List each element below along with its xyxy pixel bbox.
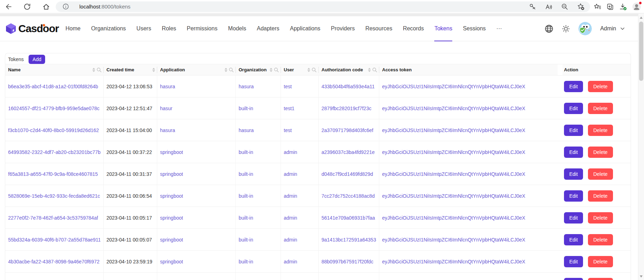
column-header-action[interactable]: Action: [561, 64, 630, 75]
edit-button[interactable]: Edit: [564, 190, 583, 202]
edit-button[interactable]: Edit: [564, 168, 583, 180]
organization-link[interactable]: built-in: [239, 149, 253, 155]
organization-link[interactable]: built-in: [239, 259, 253, 264]
user-link[interactable]: admin: [284, 193, 297, 199]
scrollbar-up-arrow-icon[interactable]: [640, 17, 643, 19]
nav-item-permissions[interactable]: Permissions: [182, 16, 223, 41]
address-bar[interactable]: localhost:8000/tokens: [56, 1, 590, 12]
user-avatar[interactable]: [578, 22, 592, 35]
edit-button[interactable]: Edit: [564, 147, 583, 158]
column-header-access-token[interactable]: Access token: [379, 64, 558, 75]
sort-icon[interactable]: [368, 68, 371, 72]
token-name-link[interactable]: 16024557-df21-4779-bfb9-959e5dae078c: [8, 106, 99, 111]
application-link[interactable]: springboot: [160, 193, 183, 199]
token-name-link[interactable]: f65a3813-a655-47f0-9c9a-f08ce4607815: [8, 171, 98, 177]
organization-link[interactable]: built-in: [239, 215, 253, 221]
access-token-link[interactable]: eyJhbGciOiJSUzI1NiIsImtpZCI6ImNlcnQtYnVp…: [382, 127, 525, 133]
nav-item-adapters[interactable]: Adapters: [252, 16, 285, 41]
sort-icon[interactable]: [225, 68, 227, 72]
downloads-icon[interactable]: [619, 3, 627, 11]
column-header-authorization-code[interactable]: Authorization code: [319, 64, 379, 75]
nav-item-tokens[interactable]: Tokens: [429, 16, 458, 41]
column-header-created-time[interactable]: Created time: [104, 64, 157, 75]
organization-link[interactable]: built-in: [239, 171, 253, 177]
column-header-application[interactable]: Application: [157, 64, 236, 75]
column-search-icon[interactable]: [229, 67, 234, 72]
delete-button[interactable]: Delete: [588, 168, 613, 180]
authorization-code-link[interactable]: d048c7f9cd1469fd829d: [321, 171, 373, 177]
application-link[interactable]: springboot: [160, 237, 183, 243]
authorization-code-link[interactable]: 2a370971798d403fc6ef: [321, 127, 373, 133]
password-key-icon[interactable]: [529, 3, 536, 10]
add-button[interactable]: Add: [29, 55, 45, 64]
application-link[interactable]: hasura: [160, 84, 175, 89]
delete-button[interactable]: Delete: [588, 81, 613, 92]
column-search-icon[interactable]: [312, 67, 317, 72]
browser-home-button[interactable]: [40, 1, 52, 12]
scrollbar-thumb[interactable]: [639, 22, 643, 81]
edit-button[interactable]: Edit: [564, 234, 583, 245]
column-search-icon[interactable]: [274, 67, 279, 72]
user-link[interactable]: admin: [284, 237, 297, 243]
delete-button[interactable]: Delete: [588, 256, 613, 267]
page-scrollbar[interactable]: [638, 14, 644, 280]
sort-icon[interactable]: [152, 68, 155, 72]
token-name-link[interactable]: 2277e0f2-7e78-462f-a654-3c53759784af: [8, 215, 98, 221]
nav-item-resources[interactable]: Resources: [360, 16, 397, 41]
nav-item-models[interactable]: Models: [223, 16, 252, 41]
browser-refresh-button[interactable]: [21, 1, 33, 12]
delete-button[interactable]: Delete: [588, 103, 613, 114]
authorization-code-link[interactable]: 56141e709a06931b7faa: [321, 215, 375, 221]
delete-button[interactable]: Delete: [588, 212, 613, 224]
theme-sun-icon[interactable]: [562, 25, 570, 33]
language-globe-icon[interactable]: [545, 24, 553, 33]
site-info-icon[interactable]: [63, 4, 69, 10]
nav-item-applications[interactable]: Applications: [285, 16, 326, 41]
token-name-link[interactable]: 64993582-2322-4df7-ab20-cb23201bc77b: [8, 149, 100, 155]
authorization-code-link[interactable]: 2879fbc282019cf7f23c: [321, 106, 372, 111]
organization-link[interactable]: built-in: [239, 237, 253, 243]
nav-item-home[interactable]: Home: [60, 16, 86, 41]
browser-profile-button[interactable]: [632, 2, 641, 11]
scrollbar-down-arrow-icon[interactable]: [640, 275, 643, 278]
user-link[interactable]: admin: [284, 149, 297, 155]
edit-button[interactable]: Edit: [564, 278, 583, 280]
nav-item-organizations[interactable]: Organizations: [86, 16, 131, 41]
read-aloud-icon[interactable]: [545, 3, 552, 10]
access-token-link[interactable]: eyJhbGciOiJSUzI1NiIsImtpZCI6ImNlcnQtYnVp…: [382, 237, 525, 243]
nav-item-sessions[interactable]: Sessions: [458, 16, 491, 41]
sort-icon[interactable]: [270, 68, 272, 72]
user-link[interactable]: admin: [284, 171, 297, 177]
edit-button[interactable]: Edit: [564, 103, 583, 114]
organization-link[interactable]: hasura: [239, 127, 254, 133]
organization-link[interactable]: hasura: [239, 84, 254, 89]
organization-link[interactable]: built-in: [239, 106, 253, 111]
sort-icon[interactable]: [307, 68, 310, 72]
delete-button[interactable]: Delete: [588, 190, 613, 202]
browser-back-button[interactable]: [2, 1, 14, 12]
authorization-code-link[interactable]: a2396037c3ba4fd9221e: [321, 149, 375, 155]
token-name-link[interactable]: 55bd324a-6039-40f6-b707-2a55d78ae911: [8, 237, 100, 243]
access-token-link[interactable]: eyJhbGciOiJSUzI1NiIsImtpZCI6ImNlcnQtYnVp…: [382, 259, 525, 264]
token-name-link[interactable]: b6ea3e35-abcf-41d8-a1a2-01f00fd8264b: [8, 84, 98, 89]
access-token-link[interactable]: eyJhbGciOiJSUzI1NiIsImtpZCI6ImNlcnQtYnVp…: [382, 149, 525, 155]
nav-item-more[interactable]: ···: [491, 16, 507, 41]
application-link[interactable]: springboot: [160, 171, 183, 177]
favorites-icon[interactable]: [594, 3, 601, 11]
token-name-link[interactable]: 5828069e-15eb-4c92-933c-fecda8ed621c: [8, 193, 100, 199]
authorization-code-link[interactable]: 9a1413bc172591a64353: [321, 237, 376, 243]
nav-item-roles[interactable]: Roles: [157, 16, 182, 41]
nav-item-providers[interactable]: Providers: [326, 16, 360, 41]
authorization-code-link[interactable]: 433b504b4f6a593e4a11: [321, 84, 375, 89]
user-link[interactable]: admin: [284, 259, 297, 264]
application-link[interactable]: springboot: [160, 259, 183, 264]
token-name-link[interactable]: 4b30acbe-fa22-4387-8098-9a46e70f6972: [8, 259, 99, 264]
access-token-link[interactable]: eyJhbGciOiJSUzI1NiIsImtpZCI6ImNlcnQtYnVp…: [382, 84, 525, 89]
nav-item-records[interactable]: Records: [398, 16, 429, 41]
edit-button[interactable]: Edit: [564, 81, 583, 92]
application-link[interactable]: springboot: [160, 149, 183, 155]
authorization-code-link[interactable]: 7cc27dc752cc4188ac8d: [321, 193, 375, 199]
user-link[interactable]: test: [284, 84, 292, 89]
application-link[interactable]: hasur: [160, 106, 172, 111]
column-search-icon[interactable]: [372, 67, 377, 72]
